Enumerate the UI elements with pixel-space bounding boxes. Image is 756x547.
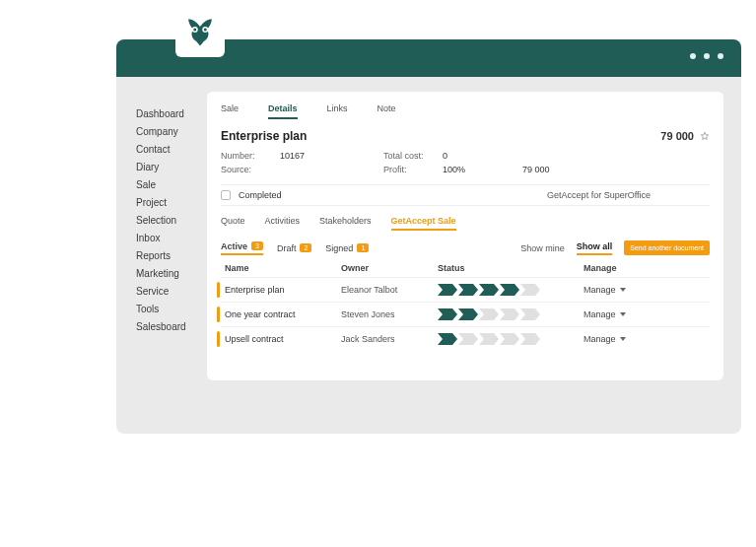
filter-count-badge: 2 <box>300 243 311 252</box>
field-value: 0 <box>443 151 447 161</box>
cell-name: Enterprise plan <box>225 285 341 295</box>
sidebar-item[interactable]: Sale <box>136 179 197 190</box>
sidebar: DashboardCompanyContactDiarySaleProjectS… <box>136 108 197 339</box>
sidebar-item[interactable]: Tools <box>136 304 197 314</box>
cell-name: Upsell contract <box>225 334 341 344</box>
sub-tab[interactable]: Activities <box>265 216 301 231</box>
show-all-toggle[interactable]: Show all <box>577 241 613 255</box>
filter-bar: Active3Draft2Signed1 Show mine Show all … <box>221 240 710 255</box>
page-title: Enterprise plan <box>221 129 307 143</box>
filter-count-badge: 1 <box>357 243 369 252</box>
status-filter[interactable]: Signed1 <box>325 241 369 255</box>
chevron-down-icon <box>620 337 626 341</box>
completed-label: Completed <box>239 190 282 200</box>
top-tab[interactable]: Sale <box>221 103 239 119</box>
integration-label: GetAccept for SuperOffice <box>547 190 651 200</box>
svg-point-2 <box>193 29 196 32</box>
manage-button[interactable]: Manage <box>584 334 643 344</box>
dot <box>718 53 723 59</box>
dot <box>690 53 696 59</box>
field-extra: 79 000 <box>522 165 550 174</box>
col-status: Status <box>438 263 584 273</box>
table-row[interactable]: Enterprise planEleanor TalbotManage <box>221 277 710 302</box>
sub-tab[interactable]: Stakeholders <box>319 216 372 231</box>
manage-button[interactable]: Manage <box>584 309 643 319</box>
progress-indicator <box>438 284 554 296</box>
amount-value: 79 000 <box>660 130 694 142</box>
table-headers: Name Owner Status Manage <box>221 263 710 277</box>
sidebar-item[interactable]: Service <box>136 286 197 297</box>
chevron-down-icon <box>620 312 626 316</box>
sub-tab[interactable]: Quote <box>221 216 245 231</box>
sidebar-item[interactable]: Contact <box>136 144 197 155</box>
progress-indicator <box>438 333 554 345</box>
dot <box>704 53 710 59</box>
status-filter[interactable]: Draft2 <box>277 241 311 255</box>
sidebar-item[interactable]: Salesboard <box>136 321 197 332</box>
main-panel: SaleDetailsLinksNote Enterprise plan 79 … <box>207 92 723 380</box>
sidebar-item[interactable]: Inbox <box>136 233 197 243</box>
table-row[interactable]: Upsell contractJack SandersManage <box>221 326 710 351</box>
table-rows: Enterprise planEleanor TalbotManageOne y… <box>221 277 710 351</box>
completed-row: Completed GetAccept for SuperOffice <box>221 184 710 206</box>
top-tab[interactable]: Links <box>327 103 348 119</box>
sidebar-item[interactable]: Selection <box>136 215 197 226</box>
status-filter[interactable]: Active3 <box>221 241 263 255</box>
sub-tab[interactable]: GetAccept Sale <box>391 216 456 231</box>
chevron-down-icon <box>620 288 626 292</box>
filter-count-badge: 3 <box>251 241 263 250</box>
col-manage: Manage <box>584 263 643 273</box>
send-document-button[interactable]: Send another document <box>624 240 710 255</box>
field-value: 100% <box>443 165 465 174</box>
sidebar-item[interactable]: Company <box>136 126 197 137</box>
fields: Number:10167Source: Total cost:0Profit:1… <box>221 151 710 174</box>
svg-point-3 <box>204 29 207 32</box>
field-label: Profit: <box>383 165 425 174</box>
title-row: Enterprise plan 79 000 <box>221 129 710 143</box>
manage-button[interactable]: Manage <box>584 285 643 295</box>
sidebar-item[interactable]: Diary <box>136 162 197 172</box>
sidebar-item[interactable]: Project <box>136 197 197 208</box>
top-tab[interactable]: Note <box>378 103 396 119</box>
completed-checkbox[interactable] <box>221 190 231 200</box>
sidebar-item[interactable]: Dashboard <box>136 108 197 119</box>
owl-icon <box>182 15 218 50</box>
cell-owner: Steven Jones <box>341 309 438 319</box>
table-row[interactable]: One year contractSteven JonesManage <box>221 302 710 326</box>
top-tab[interactable]: Details <box>268 103 298 119</box>
cell-owner: Jack Sanders <box>341 334 438 344</box>
amount-block: 79 000 <box>660 130 710 142</box>
sidebar-item[interactable]: Marketing <box>136 268 197 279</box>
cell-name: One year contract <box>225 309 341 319</box>
sidebar-item[interactable]: Reports <box>136 250 197 261</box>
field-value: 10167 <box>280 151 305 161</box>
col-owner: Owner <box>341 263 438 273</box>
show-mine-toggle[interactable]: Show mine <box>520 243 565 253</box>
field-label: Source: <box>221 165 262 174</box>
top-tabs: SaleDetailsLinksNote <box>221 103 710 119</box>
sub-tabs: QuoteActivitiesStakeholdersGetAccept Sal… <box>221 216 710 231</box>
progress-indicator <box>438 308 554 320</box>
window-dots <box>690 53 723 59</box>
app-logo <box>175 8 225 57</box>
field-label: Total cost: <box>383 151 425 161</box>
star-icon[interactable] <box>700 131 710 141</box>
field-label: Number: <box>221 151 262 161</box>
col-name: Name <box>225 263 341 273</box>
cell-owner: Eleanor Talbot <box>341 285 438 295</box>
